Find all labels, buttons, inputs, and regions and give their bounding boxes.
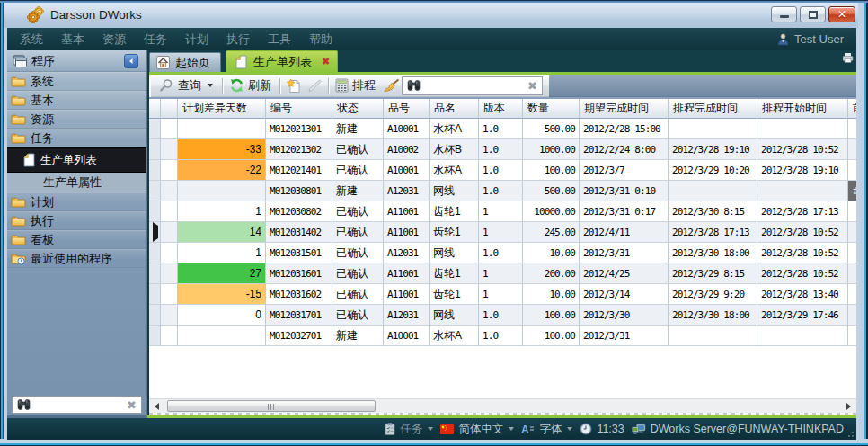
- sidebar-item-basic[interactable]: 基本: [7, 91, 146, 110]
- tab-close-icon[interactable]: ✖: [322, 57, 330, 67]
- cell-qty[interactable]: 500.00: [523, 119, 580, 139]
- sidebar-item-kanban[interactable]: 看板: [7, 230, 146, 249]
- cell-version[interactable]: 1.0: [479, 243, 523, 263]
- cell-code[interactable]: M012021401: [266, 160, 332, 181]
- user-indicator[interactable]: Test User: [777, 28, 844, 50]
- cell-item_no[interactable]: A10001: [384, 160, 430, 181]
- cell-version[interactable]: 1.0: [479, 326, 523, 346]
- cell-expander[interactable]: [161, 201, 178, 222]
- cell-item_name[interactable]: 齿轮1: [430, 201, 479, 222]
- cell-plan_diff_days[interactable]: [178, 119, 266, 139]
- cell-expander[interactable]: [161, 305, 178, 326]
- cell-extra[interactable]: [848, 284, 856, 305]
- cell-expander[interactable]: [161, 160, 178, 181]
- menu-item-planning[interactable]: 计划: [176, 28, 217, 50]
- cell-plan_diff_days[interactable]: 1: [178, 243, 266, 263]
- row-indicator[interactable]: [149, 305, 161, 326]
- cell-sched_start[interactable]: 2012/3/28 10:52: [757, 222, 848, 243]
- sidebar-item-production-order-list[interactable]: 生产单列表: [7, 147, 146, 173]
- status-item-language[interactable]: 简体中文: [440, 422, 514, 437]
- cell-sched_start[interactable]: [757, 326, 848, 346]
- menu-item-execution[interactable]: 执行: [217, 28, 259, 50]
- cell-item_no[interactable]: A10002: [384, 139, 430, 160]
- cell-item_name[interactable]: 水杯A: [430, 326, 479, 346]
- cell-item_name[interactable]: 齿轮1: [430, 222, 479, 243]
- cell-code[interactable]: M012031602: [266, 284, 332, 305]
- row-indicator[interactable]: [149, 243, 161, 263]
- cell-status[interactable]: 新建: [332, 119, 384, 139]
- menu-item-tasks[interactable]: 任务: [135, 28, 176, 50]
- cell-sched_finish[interactable]: 2012/3/28 19:10: [669, 139, 757, 160]
- cell-sched_start[interactable]: 2012/3/28 19:10: [757, 160, 848, 181]
- cell-expected_finish[interactable]: 2012/3/31 0:17: [580, 201, 669, 222]
- cell-item_no[interactable]: A11001: [384, 263, 430, 284]
- cell-code[interactable]: M012021302: [266, 139, 332, 160]
- cell-qty[interactable]: 10000.00: [523, 201, 580, 222]
- cell-item_name[interactable]: 网线: [430, 243, 479, 263]
- cell-item_no[interactable]: A12031: [384, 181, 430, 201]
- cell-item_no[interactable]: A11001: [384, 284, 430, 305]
- cell-item_name[interactable]: 齿轮1: [430, 284, 479, 305]
- column-header-status[interactable]: 状态: [332, 99, 384, 119]
- dropdown-arrow-icon[interactable]: [428, 427, 433, 431]
- scrollbar-thumb[interactable]: [167, 400, 376, 412]
- scroll-right-icon[interactable]: [846, 403, 851, 410]
- cell-expander[interactable]: [161, 263, 178, 284]
- cell-plan_diff_days[interactable]: 1: [178, 201, 266, 222]
- cell-extra[interactable]: [848, 263, 856, 284]
- cell-version[interactable]: 1: [479, 222, 523, 243]
- cell-sched_finish[interactable]: 2012/3/29 8:15: [669, 263, 757, 284]
- cell-qty[interactable]: 1000.00: [523, 139, 580, 160]
- cell-sched_start[interactable]: 2012/3/28 10:52: [757, 139, 848, 160]
- cell-qty[interactable]: 500.00: [523, 181, 580, 201]
- dropdown-arrow-icon[interactable]: [509, 427, 514, 431]
- cell-qty[interactable]: 200.00: [523, 263, 580, 284]
- cell-plan_diff_days[interactable]: -33: [178, 139, 266, 160]
- cell-sched_start[interactable]: 2012/3/29 17:46: [757, 305, 848, 326]
- dropdown-arrow-icon[interactable]: [567, 427, 572, 431]
- cell-sched_finish[interactable]: 2012/3/29 9:20: [669, 284, 757, 305]
- cell-expected_finish[interactable]: 2012/2/28 15:00: [580, 119, 669, 139]
- schedule-button[interactable]: 排程: [335, 77, 378, 94]
- cell-qty[interactable]: 10.00: [523, 243, 580, 263]
- menu-item-basic[interactable]: 基本: [52, 28, 93, 50]
- column-header-version[interactable]: 版本: [479, 99, 523, 119]
- sidebar-item-system[interactable]: 系统: [7, 72, 146, 91]
- cell-qty[interactable]: 10.00: [523, 284, 580, 305]
- cell-sched_start[interactable]: [757, 119, 848, 139]
- menu-item-resources[interactable]: 资源: [93, 28, 135, 50]
- cell-status[interactable]: 已确认: [332, 305, 384, 326]
- cell-extra[interactable]: [848, 139, 856, 160]
- cell-qty[interactable]: 100.00: [523, 326, 580, 346]
- refresh-button[interactable]: 刷新: [229, 77, 274, 94]
- toolbar-search-clear-icon[interactable]: ✖: [527, 80, 537, 92]
- cell-expander[interactable]: [161, 222, 178, 243]
- sidebar-item-recent-programs[interactable]: 最近使用的程序: [7, 249, 146, 268]
- cell-sched_finish[interactable]: 2012/3/29 10:20: [669, 160, 757, 181]
- cell-code[interactable]: M012030802: [266, 201, 332, 222]
- cell-sched_finish[interactable]: 2012/3/30 8:15: [669, 201, 757, 222]
- cell-expected_finish[interactable]: 2012/3/31 0:10: [580, 181, 669, 201]
- cell-code[interactable]: M012032701: [266, 326, 332, 346]
- query-dropdown-icon[interactable]: [208, 84, 213, 87]
- cell-qty[interactable]: 245.00: [523, 222, 580, 243]
- close-button[interactable]: ✕: [828, 6, 855, 22]
- sidebar-item-execution[interactable]: 执行: [7, 211, 146, 230]
- menu-item-help[interactable]: 帮助: [300, 28, 341, 50]
- cell-version[interactable]: 1: [479, 201, 523, 222]
- cell-expander[interactable]: [161, 119, 178, 139]
- cell-extra[interactable]: [848, 119, 856, 139]
- cell-status[interactable]: 已确认: [332, 160, 384, 181]
- cell-item_no[interactable]: A10001: [384, 326, 430, 346]
- row-indicator[interactable]: [149, 263, 161, 284]
- cell-sched_start[interactable]: 2012/3/28 10:52: [757, 263, 848, 284]
- cell-status[interactable]: 已确认: [332, 263, 384, 284]
- toolbar-search[interactable]: ✖: [402, 76, 543, 95]
- cell-expander[interactable]: [161, 139, 178, 160]
- cell-item_no[interactable]: A11001: [384, 222, 430, 243]
- cell-expander[interactable]: [161, 243, 178, 263]
- sidebar-item-resources[interactable]: 资源: [7, 110, 146, 129]
- maximize-button[interactable]: [800, 6, 826, 22]
- cell-qty[interactable]: 100.00: [523, 160, 580, 181]
- row-indicator[interactable]: [149, 139, 161, 160]
